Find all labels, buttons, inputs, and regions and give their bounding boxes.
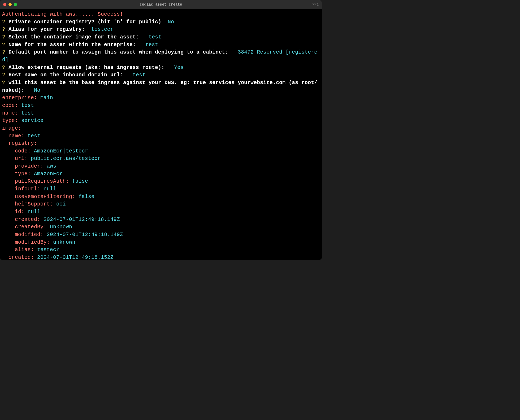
prompt-line: ? Private container registry? (hit 'n' f… <box>2 18 320 26</box>
output-line: code: AmazonEcr|testecr <box>2 147 320 155</box>
prompt-question: Alias for your registry: <box>8 27 85 32</box>
output-key: modified: <box>15 232 44 238</box>
output-key: enterprise: <box>2 95 37 101</box>
output-value: main <box>40 95 53 101</box>
output-value: 2024-07-01T12:49:18.149Z <box>47 232 123 238</box>
output-value: test <box>21 103 34 108</box>
output-line: helmSupport: oci <box>2 200 320 208</box>
output-value: 2024-07-01T12:49:18.152Z <box>37 255 114 260</box>
output-key: provider: <box>15 163 44 169</box>
output-key: id: <box>15 209 24 215</box>
output-line: useRemoteFiltering: false <box>2 193 320 201</box>
output-key: useRemoteFiltering: <box>15 194 75 200</box>
output-line: modified: 2024-07-01T12:49:18.149Z <box>2 231 320 239</box>
output-key: code: <box>2 103 18 108</box>
prompt-answer: No <box>168 19 174 25</box>
output-value: unknown <box>53 239 75 245</box>
output-key: pullRequiresAuth: <box>15 178 69 184</box>
prompt-line: ? Alias for your registry: testecr <box>2 26 320 33</box>
output-value: null <box>28 209 40 215</box>
output-value: test <box>28 133 40 139</box>
output-line: code: test <box>2 102 320 110</box>
prompt-marker: ? <box>2 65 5 71</box>
output-line: createdBy: unknown <box>2 223 320 231</box>
prompt-line: ? Allow external requests (aka: has ingr… <box>2 64 320 72</box>
prompt-marker: ? <box>2 19 5 25</box>
output-line: created: 2024-07-01T12:49:18.152Z <box>2 254 320 260</box>
output-value: service <box>21 118 44 124</box>
output-value: null <box>44 186 56 192</box>
output-key: name: <box>2 110 18 116</box>
output-key: name: <box>8 133 24 139</box>
prompt-marker: ? <box>2 42 5 48</box>
terminal-window: codiac asset create ⌥⌘1 Authenticating w… <box>0 0 322 260</box>
output-line: image: <box>2 125 320 132</box>
prompt-line: ? Name for the asset within the entepris… <box>2 41 320 49</box>
output-line: registry: <box>2 140 320 147</box>
maximize-button[interactable] <box>14 3 17 6</box>
window-title: codiac asset create <box>140 2 182 7</box>
output-value: AmazonEcr|testecr <box>34 148 88 154</box>
prompt-marker: ? <box>2 49 5 55</box>
prompt-question: Will this asset be the base ingress agai… <box>2 80 317 93</box>
titlebar-shortcut: ⌥⌘1 <box>313 2 319 7</box>
output-key: url: <box>15 156 28 161</box>
output-line: infoUrl: null <box>2 185 320 193</box>
output-key: code: <box>15 148 31 154</box>
output-key: modifiedBy: <box>15 239 50 245</box>
prompt-question: Default port number to assign this asset… <box>8 49 231 55</box>
traffic-lights <box>3 3 17 6</box>
prompt-marker: ? <box>2 72 5 78</box>
prompt-marker: ? <box>2 80 5 86</box>
output-value: aws <box>47 163 56 169</box>
prompt-answer: test <box>149 34 161 40</box>
output-value: test <box>21 110 34 116</box>
prompt-answer: test <box>133 72 145 78</box>
output-line: id: null <box>2 208 320 216</box>
output-key: alias: <box>15 247 34 253</box>
prompt-marker: ? <box>2 27 5 32</box>
output-line: alias: testecr <box>2 246 320 254</box>
prompt-line: ? Host name on the inbound domain url: t… <box>2 71 320 79</box>
prompt-answer: test <box>145 42 158 48</box>
output-value: false <box>79 194 94 200</box>
output-key: infoUrl: <box>15 186 40 192</box>
close-button[interactable] <box>3 3 6 6</box>
prompt-question: Private container registry? (hit 'n' for… <box>8 19 161 25</box>
output-key: type: <box>2 118 18 124</box>
output-key: created: <box>8 255 34 260</box>
output-line: type: service <box>2 117 320 125</box>
output-value: unknown <box>50 224 72 230</box>
output-value: public.ecr.aws/testecr <box>31 156 101 161</box>
output-key: registry: <box>8 141 37 146</box>
prompt-answer: Yes <box>174 65 184 71</box>
output-line: pullRequiresAuth: false <box>2 178 320 185</box>
auth-line: Authenticating with aws...... Success! <box>2 11 320 18</box>
output-value: 2024-07-01T12:49:18.149Z <box>44 217 120 222</box>
output-line: modifiedBy: unknown <box>2 239 320 246</box>
output-value: oci <box>56 201 66 207</box>
terminal-content[interactable]: Authenticating with aws...... Success!? … <box>0 9 322 260</box>
minimize-button[interactable] <box>8 3 12 6</box>
output-line: type: AmazonEcr <box>2 170 320 178</box>
prompt-question: Name for the asset within the enteprise: <box>8 42 139 48</box>
output-key: type: <box>15 171 31 177</box>
output-key: created: <box>15 217 40 222</box>
prompt-question: Host name on the inbound domain url: <box>8 72 126 78</box>
prompt-question: Select the container image for the asset… <box>8 34 142 40</box>
output-line: url: public.ecr.aws/testecr <box>2 155 320 163</box>
output-line: name: test <box>2 110 320 117</box>
output-key: helmSupport: <box>15 201 53 207</box>
prompt-line: ? Default port number to assign this ass… <box>2 49 320 64</box>
output-key: createdBy: <box>15 224 47 230</box>
output-value: AmazonEcr <box>34 171 63 177</box>
titlebar: codiac asset create ⌥⌘1 <box>0 0 322 9</box>
prompt-answer: testecr <box>91 27 114 32</box>
prompt-marker: ? <box>2 34 5 40</box>
output-key: image: <box>2 125 21 131</box>
prompt-question: Allow external requests (aka: has ingres… <box>8 65 168 71</box>
prompt-line: ? Will this asset be the base ingress ag… <box>2 79 320 94</box>
prompt-answer: No <box>34 88 40 93</box>
output-line: provider: aws <box>2 163 320 170</box>
output-value: false <box>72 178 88 184</box>
